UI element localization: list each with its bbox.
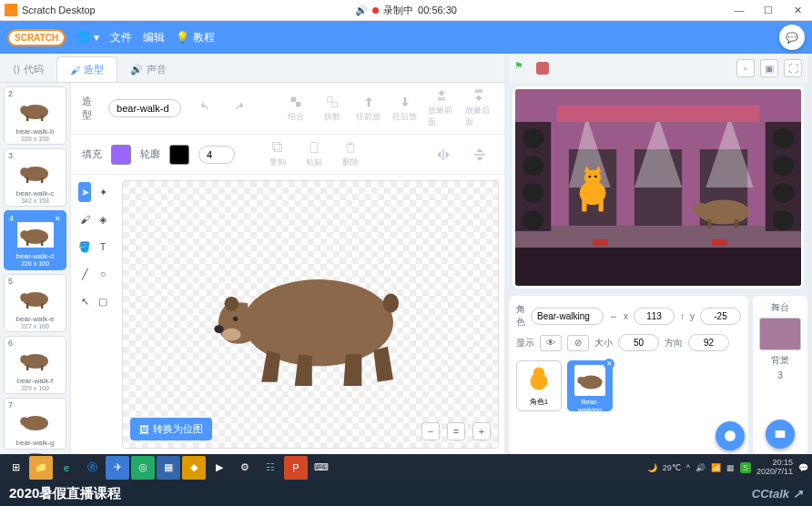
bear-thumb-icon bbox=[17, 346, 54, 373]
costume-canvas[interactable]: 🖼转换为位图 − = + bbox=[122, 180, 499, 449]
flip-vertical-button[interactable] bbox=[466, 147, 493, 162]
app-icon-6[interactable]: ☷ bbox=[259, 456, 282, 480]
tab-sounds[interactable]: 🔊声音 bbox=[117, 57, 179, 82]
explorer-icon[interactable]: 📁 bbox=[29, 456, 53, 480]
sprite-y-input[interactable] bbox=[700, 308, 741, 325]
costume-item[interactable]: 2 bear-walk-b 228 x 158 bbox=[4, 86, 66, 145]
app-icon-3[interactable]: ▦ bbox=[157, 456, 180, 480]
flip-horizontal-button[interactable] bbox=[430, 147, 457, 162]
add-costume-button[interactable] bbox=[19, 453, 52, 454]
app-icon-4[interactable]: ◆ bbox=[182, 456, 206, 480]
delete-button[interactable]: 删除 bbox=[337, 140, 364, 168]
add-backdrop-button[interactable] bbox=[766, 420, 795, 449]
add-sprite-button[interactable] bbox=[716, 421, 745, 450]
convert-bitmap-button[interactable]: 🖼转换为位图 bbox=[130, 418, 212, 440]
help-button[interactable]: 💬 bbox=[779, 25, 805, 50]
ungroup-button[interactable]: 拆散 bbox=[319, 95, 346, 123]
front-button[interactable]: 放最前面 bbox=[428, 88, 456, 128]
tray-icon[interactable]: ▦ bbox=[726, 463, 735, 472]
edge-icon[interactable]: e bbox=[55, 456, 78, 480]
outline-color-picker[interactable] bbox=[169, 145, 189, 165]
reshape-tool[interactable]: ✦ bbox=[96, 182, 109, 202]
back-button[interactable]: 放最后面 bbox=[465, 88, 493, 128]
text-tool[interactable]: T bbox=[96, 237, 109, 257]
circle-tool[interactable]: ○ bbox=[96, 264, 109, 284]
large-stage-button[interactable]: ▣ bbox=[760, 59, 778, 77]
stage-thumbnail[interactable] bbox=[759, 318, 801, 350]
costume-list[interactable]: 2 bear-walk-b 228 x 158 3 bear-walk-c 34… bbox=[0, 83, 71, 454]
fill-tool[interactable]: 🪣 bbox=[78, 237, 91, 257]
app-icon-5[interactable]: ▶ bbox=[208, 456, 231, 480]
close-button[interactable]: ✕ bbox=[783, 0, 812, 21]
forward-button[interactable]: 往前放 bbox=[355, 95, 382, 123]
tab-code[interactable]: ⟨⟩代码 bbox=[0, 57, 56, 82]
redo-button[interactable] bbox=[227, 101, 254, 116]
line-tool[interactable]: ╱ bbox=[78, 264, 91, 284]
paste-button[interactable]: 粘贴 bbox=[300, 140, 328, 168]
backward-button[interactable]: 往后放 bbox=[391, 95, 419, 123]
bear-artwork[interactable] bbox=[192, 228, 429, 401]
undo-button[interactable] bbox=[190, 101, 218, 116]
tray-up-icon[interactable]: ^ bbox=[686, 463, 690, 472]
keyboard-icon[interactable]: ⌨ bbox=[310, 456, 333, 480]
sprite-size-input[interactable] bbox=[618, 334, 659, 351]
ie-icon[interactable]: ⓔ bbox=[80, 456, 104, 480]
start-button[interactable]: ⊞ bbox=[4, 456, 27, 480]
small-stage-button[interactable]: ▫ bbox=[736, 59, 755, 77]
sprite-item[interactable]: ✕ Bear-walking bbox=[567, 360, 613, 411]
fill-color-picker[interactable] bbox=[111, 145, 131, 165]
wifi-icon[interactable]: 📶 bbox=[711, 463, 721, 472]
sprite-name-input[interactable] bbox=[531, 308, 604, 325]
notification-icon[interactable]: 💬 bbox=[798, 463, 808, 472]
group-button[interactable]: 组合 bbox=[282, 95, 310, 123]
windows-taskbar[interactable]: ⊞ 📁 e ⓔ ✈ ◎ ▦ ◆ ▶ ⚙ ☷ P ⌨ 🌙 29℃ ^ 🔊 📶 ▦ … bbox=[0, 454, 812, 481]
sprite-direction-input[interactable] bbox=[688, 334, 729, 351]
tab-costumes[interactable]: 🖌造型 bbox=[56, 56, 117, 82]
fullscreen-button[interactable]: ⛶ bbox=[784, 59, 802, 77]
sprite-item[interactable]: 角色1 bbox=[516, 360, 562, 411]
svg-rect-16 bbox=[41, 303, 43, 309]
tutorials-menu[interactable]: 💡教程 bbox=[176, 30, 215, 46]
green-flag-button[interactable]: ⚑ bbox=[514, 60, 531, 76]
volume-icon[interactable]: 🔊 bbox=[695, 463, 705, 472]
eraser-tool[interactable]: ◈ bbox=[96, 209, 109, 229]
delete-costume-icon[interactable]: ✕ bbox=[52, 214, 63, 225]
record-dot-icon bbox=[372, 7, 379, 14]
language-menu[interactable]: 🌐▾ bbox=[76, 31, 99, 44]
zoom-in-button[interactable]: + bbox=[472, 422, 491, 440]
delete-sprite-icon[interactable]: ✕ bbox=[604, 359, 614, 369]
show-sprite-button[interactable]: 👁 bbox=[540, 335, 562, 351]
costume-item[interactable]: 4 ✕ bear-walk-d 226 x 160 bbox=[4, 210, 66, 270]
powerpoint-icon[interactable]: P bbox=[284, 456, 308, 480]
edit-menu[interactable]: 编辑 bbox=[143, 30, 165, 46]
maximize-button[interactable]: ☐ bbox=[754, 0, 783, 21]
stage[interactable] bbox=[513, 86, 804, 288]
costume-item[interactable]: 6 bear-walk-f 229 x 160 bbox=[4, 336, 66, 394]
settings-icon[interactable]: ⚙ bbox=[233, 456, 257, 480]
zoom-out-button[interactable]: − bbox=[421, 422, 440, 440]
app-icon-2[interactable]: ◎ bbox=[131, 456, 155, 480]
select-tool[interactable]: ➤ bbox=[78, 182, 91, 202]
costume-name-input[interactable] bbox=[108, 99, 181, 117]
stop-button[interactable] bbox=[536, 62, 549, 75]
svg-point-45 bbox=[523, 156, 544, 176]
costume-item[interactable]: 5 bear-walk-e 227 x 160 bbox=[4, 274, 66, 332]
sprite-x-input[interactable] bbox=[634, 308, 675, 325]
file-menu[interactable]: 文件 bbox=[110, 30, 132, 46]
brush-tool[interactable]: 🖌 bbox=[78, 209, 91, 229]
hide-sprite-button[interactable]: ⊘ bbox=[567, 335, 589, 351]
costume-item[interactable]: 3 bear-walk-c 342 x 158 bbox=[4, 148, 66, 207]
minimize-button[interactable]: — bbox=[725, 0, 754, 21]
costume-item[interactable]: 7 bear-walk-g bbox=[4, 398, 66, 450]
app-icon-1[interactable]: ✈ bbox=[106, 456, 129, 480]
lightbulb-icon: 💡 bbox=[176, 31, 189, 44]
zoom-reset-button[interactable]: = bbox=[447, 422, 465, 440]
cctalk-brand[interactable]: CCtalk ↗ bbox=[752, 487, 803, 501]
rect-tool[interactable]: ▢ bbox=[96, 291, 109, 311]
svg-rect-64 bbox=[599, 199, 604, 211]
copy-button[interactable]: 复制 bbox=[264, 140, 291, 168]
outline-width-input[interactable] bbox=[198, 146, 235, 164]
tray-icon-s[interactable]: S bbox=[740, 462, 751, 473]
svg-rect-70 bbox=[735, 219, 738, 228]
weather-icon[interactable]: 🌙 bbox=[647, 463, 657, 472]
